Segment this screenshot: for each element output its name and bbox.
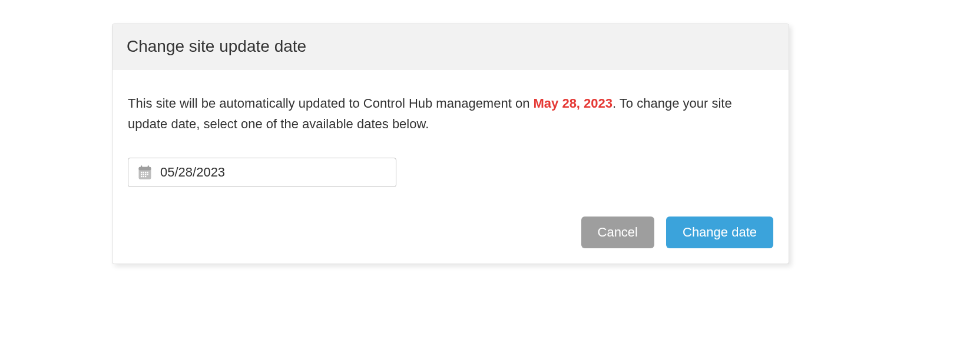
calendar-icon xyxy=(137,164,153,181)
date-input[interactable] xyxy=(160,165,388,180)
cancel-button[interactable]: Cancel xyxy=(581,217,654,248)
svg-rect-11 xyxy=(147,174,148,175)
svg-rect-12 xyxy=(141,176,142,177)
modal-title: Change site update date xyxy=(127,37,774,56)
change-date-button[interactable]: Change date xyxy=(666,217,773,248)
svg-rect-9 xyxy=(143,174,144,175)
highlighted-date: May 28, 2023 xyxy=(533,96,612,111)
svg-rect-6 xyxy=(145,172,146,173)
modal-header: Change site update date xyxy=(112,24,789,69)
change-date-modal: Change site update date This site will b… xyxy=(112,24,789,264)
description-prefix: This site will be automatically updated … xyxy=(128,96,533,111)
svg-rect-4 xyxy=(141,172,142,173)
svg-rect-7 xyxy=(147,172,148,173)
modal-footer: Cancel Change date xyxy=(128,187,773,248)
svg-rect-3 xyxy=(148,166,149,169)
modal-description: This site will be automatically updated … xyxy=(128,93,773,134)
svg-rect-14 xyxy=(145,176,146,177)
modal-body: This site will be automatically updated … xyxy=(112,69,789,264)
date-picker[interactable] xyxy=(128,158,396,187)
svg-rect-8 xyxy=(141,174,142,175)
svg-rect-13 xyxy=(143,176,144,177)
svg-rect-2 xyxy=(141,166,142,169)
svg-rect-1 xyxy=(139,167,151,171)
svg-rect-5 xyxy=(143,172,144,173)
svg-rect-10 xyxy=(145,174,146,175)
